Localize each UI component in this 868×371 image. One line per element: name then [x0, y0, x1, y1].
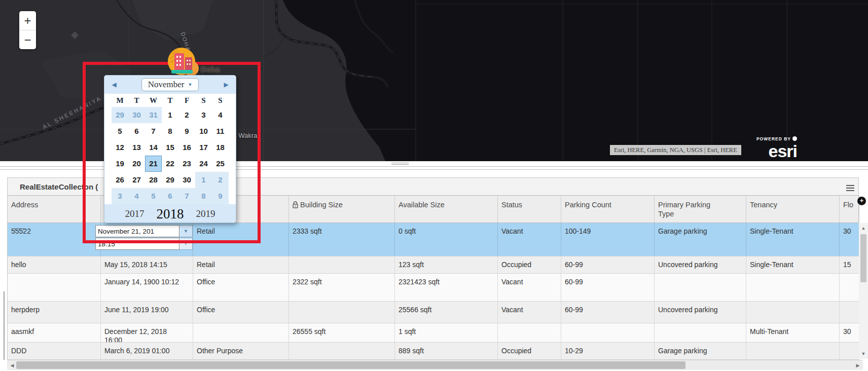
horizontal-scrollbar[interactable]: ◀ ▶ — [7, 360, 863, 370]
calendar-day[interactable]: 6 — [128, 123, 145, 139]
calendar-day[interactable]: 5 — [145, 188, 162, 204]
year-option[interactable]: 2019 — [196, 208, 215, 219]
calendar-day[interactable]: 4 — [212, 107, 229, 123]
cell: 10-29 — [561, 343, 655, 359]
calendar-day[interactable]: 1 — [162, 107, 178, 123]
calendar-day[interactable]: 19 — [112, 156, 128, 172]
calendar-day[interactable]: 15 — [162, 139, 178, 156]
table-row[interactable]: aasmkfDecember 12, 2018 16:0026555 sqft1… — [8, 323, 859, 343]
table-row[interactable]: DDDMarch 6, 2019 01:00Other Purpose889 s… — [8, 343, 859, 360]
calendar-day[interactable]: 14 — [145, 139, 162, 156]
esri-globe-icon — [792, 136, 797, 141]
calendar-day[interactable]: 25 — [212, 156, 229, 172]
calendar-day[interactable]: 17 — [195, 139, 212, 156]
calendar-day[interactable]: 24 — [195, 156, 212, 172]
esri-logo: POWERED BY esri — [753, 134, 797, 159]
calendar-day[interactable]: 4 — [128, 188, 145, 204]
cell: 26555 sqft — [289, 323, 395, 342]
calendar-day[interactable]: 10 — [195, 123, 212, 139]
month-select[interactable]: November ▼ — [141, 78, 199, 91]
calendar-day[interactable]: 28 — [145, 172, 162, 188]
panel-resize-handle[interactable] — [391, 162, 409, 166]
map-zoom-control: + − — [19, 11, 36, 49]
cell: Other Purpose — [193, 343, 289, 359]
cell — [8, 274, 101, 301]
calendar-day[interactable]: 5 — [112, 123, 128, 139]
calendar-day[interactable]: 8 — [162, 123, 178, 139]
date-input[interactable] — [95, 225, 179, 237]
column-header-address[interactable]: Address — [8, 196, 101, 222]
previous-month-icon[interactable]: ◀ — [110, 81, 119, 89]
calendar-day[interactable]: 23 — [178, 156, 195, 172]
calendar-day[interactable]: 30 — [178, 172, 195, 188]
calendar-day[interactable]: 2 — [212, 172, 229, 188]
calendar-day[interactable]: 31 — [145, 107, 162, 123]
calendar-day[interactable]: 6 — [162, 188, 178, 204]
cell: 1 sqft — [395, 323, 498, 342]
calendar-day[interactable]: 13 — [128, 139, 145, 156]
scroll-right-icon[interactable]: ▶ — [854, 360, 862, 370]
calendar-day[interactable]: 8 — [195, 188, 212, 204]
cell: 123 sqft — [395, 256, 498, 273]
column-header-tenancy[interactable]: Tenancy — [746, 196, 840, 222]
scroll-down-icon[interactable]: ▼ — [859, 350, 868, 358]
calendar-day[interactable]: 1 — [195, 172, 212, 188]
column-header-primary-parking-type[interactable]: Primary Parking Type — [655, 196, 746, 222]
cell: 60-99 — [561, 302, 655, 323]
zoom-in-button[interactable]: + — [19, 11, 36, 30]
vertical-scroll-thumb[interactable] — [860, 234, 866, 282]
calendar-day[interactable]: 18 — [212, 139, 229, 156]
cell: 30 — [840, 223, 859, 256]
calendar-day[interactable]: 27 — [128, 172, 145, 188]
scroll-left-icon[interactable]: ◀ — [8, 360, 16, 370]
calendar-day-selected[interactable]: 21 — [145, 156, 162, 172]
calendar-day[interactable]: 29 — [162, 172, 178, 188]
calendar-day[interactable]: 3 — [195, 107, 212, 123]
cell: Single-Tenant — [746, 256, 840, 273]
calendar-day[interactable]: 7 — [178, 188, 195, 204]
calendar-day[interactable]: 16 — [178, 139, 195, 156]
year-option[interactable]: 2017 — [125, 208, 144, 219]
cell: Single-Tenant — [746, 223, 840, 256]
calendar-day[interactable]: 22 — [162, 156, 178, 172]
calendar-day[interactable]: 29 — [112, 107, 128, 123]
calendar-day[interactable]: 30 — [128, 107, 145, 123]
cell — [840, 302, 859, 323]
esri-wordmark: esri — [753, 143, 797, 159]
building-cluster-marker-icon[interactable] — [167, 47, 199, 78]
column-header-parking-count[interactable]: Parking Count — [561, 196, 655, 222]
calendar-day[interactable]: 2 — [178, 107, 195, 123]
calendar-day[interactable]: 26 — [112, 172, 128, 188]
column-header-available-size[interactable]: Available Size — [395, 196, 498, 222]
column-header-status[interactable]: Status — [498, 196, 561, 222]
cell: DDD — [8, 343, 101, 359]
year-option-active[interactable]: 2018 — [157, 206, 184, 222]
calendar-day[interactable]: 11 — [212, 123, 229, 139]
column-header-building-size[interactable]: Building Size — [289, 196, 395, 222]
cell: May 15, 2018 14:15 — [101, 256, 193, 273]
cell: 2322 sqft — [289, 274, 395, 301]
calendar-day[interactable]: 9 — [212, 188, 229, 204]
column-header-flo[interactable]: Flo — [840, 196, 859, 222]
weekday-label: M — [112, 94, 128, 107]
table-row[interactable]: January 14, 1900 10:12Office2322 sqft232… — [8, 274, 859, 302]
add-field-button[interactable]: + — [857, 197, 866, 205]
scroll-up-icon[interactable]: ▲ — [859, 224, 868, 232]
calendar-day[interactable]: 7 — [145, 123, 162, 139]
time-dropdown-icon[interactable]: ▼ — [179, 238, 193, 250]
time-input[interactable] — [95, 238, 179, 250]
cell: Garage parking — [655, 223, 746, 256]
horizontal-scroll-thumb[interactable] — [16, 361, 685, 369]
calendar-day[interactable]: 9 — [178, 123, 195, 139]
table-options-icon[interactable] — [846, 183, 854, 193]
calendar-day[interactable]: 3 — [112, 188, 128, 204]
zoom-out-button[interactable]: − — [19, 30, 36, 49]
calendar-day[interactable]: 12 — [112, 139, 128, 156]
vertical-scrollbar[interactable]: ▲ ▼ — [859, 223, 868, 359]
table-row[interactable]: helloMay 15, 2018 14:15Retail123 sqftOcc… — [8, 256, 859, 274]
date-dropdown-icon[interactable]: ▼ — [179, 225, 193, 237]
table-row[interactable]: herpderpJune 11, 2019 19:00Office25566 s… — [8, 302, 859, 323]
map-attribution: Esri, HERE, Garmin, NGA, USGS | Esri, HE… — [610, 145, 741, 155]
next-month-icon[interactable]: ▶ — [222, 81, 231, 89]
calendar-day[interactable]: 20 — [128, 156, 145, 172]
